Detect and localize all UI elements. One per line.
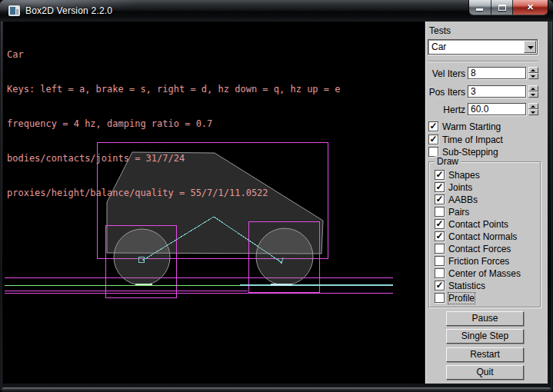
window-title: Box2D Version 2.2.0 bbox=[25, 5, 112, 16]
hertz-label: Hertz bbox=[425, 105, 465, 115]
maximize-icon bbox=[498, 5, 506, 11]
profile-checkbox[interactable] bbox=[435, 293, 445, 303]
tests-label: Tests bbox=[429, 25, 451, 36]
hud-frequency: frequency = 4 hz, damping ratio = 0.7 bbox=[7, 118, 340, 130]
spinner-up-button[interactable] bbox=[528, 67, 538, 73]
pairs-checkbox[interactable] bbox=[435, 207, 445, 217]
close-button[interactable]: ✕ bbox=[513, 0, 548, 15]
tests-dropdown[interactable]: Car bbox=[428, 39, 538, 55]
friction-forces-label: Friction Forces bbox=[448, 256, 509, 267]
contact-points-checkbox[interactable]: ✓ bbox=[435, 219, 445, 229]
warm-starting-label: Warm Starting bbox=[442, 121, 501, 132]
contact-forces-label: Contact Forces bbox=[448, 244, 511, 254]
window-bottom-border bbox=[2, 387, 551, 390]
spinner-down-button[interactable] bbox=[528, 73, 538, 79]
chevron-down-icon bbox=[528, 46, 534, 49]
pos-iters-label: Pos Iters bbox=[425, 87, 465, 98]
hud-counts: bodies/contacts/joints = 31/7/24 bbox=[7, 153, 340, 164]
close-icon: ✕ bbox=[513, 2, 548, 12]
center-of-masses-checkbox[interactable] bbox=[435, 268, 445, 278]
hud-tree-stats: proxies/height/balance/quality = 55/7/1/… bbox=[7, 188, 340, 199]
contact-normals-checkbox[interactable]: ✓ bbox=[435, 231, 445, 241]
shapes-label: Shapes bbox=[448, 170, 480, 181]
spinner-up-button[interactable] bbox=[528, 85, 538, 91]
vel-iters-spinner bbox=[528, 67, 538, 79]
contact-points-label: Contact Points bbox=[448, 219, 508, 230]
client-area: Car Keys: left = a, brake = s, right = d… bbox=[3, 22, 548, 384]
time-of-impact-label: Time of Impact bbox=[442, 135, 503, 145]
vel-iters-label: Vel Iters bbox=[425, 68, 465, 79]
draw-group: Draw ✓ Shapes ✓ Joints ✓ AABBs Pairs ✓ C… bbox=[428, 161, 541, 307]
time-of-impact-checkbox[interactable]: ✓ bbox=[428, 135, 438, 145]
control-panel: Tests Car Vel Iters Pos Iters Hertz bbox=[425, 22, 548, 384]
pos-iters-spinner bbox=[528, 85, 538, 98]
contact-normals-label: Contact Normals bbox=[448, 231, 517, 242]
window-controls: ✕ bbox=[469, 0, 548, 15]
app-window: Box2D Version 2.2.0 ✕ Car Keys: left = a… bbox=[0, 0, 553, 392]
profile-label: Profile bbox=[448, 293, 475, 304]
right-wheel bbox=[256, 228, 313, 285]
aabbs-label: AABBs bbox=[448, 194, 478, 205]
warm-starting-checkbox[interactable]: ✓ bbox=[428, 121, 438, 131]
aabbs-checkbox[interactable]: ✓ bbox=[435, 194, 445, 204]
statistics-label: Statistics bbox=[448, 281, 485, 291]
hud-test-name: Car bbox=[7, 49, 340, 61]
spinner-up-button[interactable] bbox=[528, 103, 538, 109]
friction-forces-checkbox[interactable] bbox=[435, 256, 445, 266]
joints-label: Joints bbox=[448, 182, 472, 193]
hertz-input[interactable] bbox=[468, 103, 526, 115]
app-icon bbox=[8, 5, 20, 16]
separator bbox=[428, 61, 538, 62]
minimize-icon bbox=[476, 8, 483, 11]
spinner-down-button[interactable] bbox=[528, 91, 538, 98]
quit-button[interactable]: Quit bbox=[446, 365, 524, 380]
pos-iters-input[interactable] bbox=[468, 85, 526, 98]
maximize-button[interactable] bbox=[491, 0, 513, 15]
statistics-checkbox[interactable]: ✓ bbox=[435, 281, 445, 291]
dropdown-arrow-button[interactable] bbox=[524, 41, 536, 53]
vel-iters-input[interactable] bbox=[468, 67, 526, 79]
restart-button[interactable]: Restart bbox=[446, 347, 524, 362]
debug-hud: Car Keys: left = a, brake = s, right = d… bbox=[7, 26, 340, 222]
titlebar[interactable]: Box2D Version 2.2.0 ✕ bbox=[0, 0, 553, 22]
draw-group-title: Draw bbox=[435, 156, 461, 167]
hertz-spinner bbox=[528, 103, 538, 115]
contact-forces-checkbox[interactable] bbox=[435, 244, 445, 254]
minimize-button[interactable] bbox=[469, 0, 491, 15]
spinner-down-button[interactable] bbox=[528, 109, 538, 115]
single-step-button[interactable]: Single Step bbox=[446, 329, 524, 344]
pause-button[interactable]: Pause bbox=[446, 311, 524, 326]
tests-dropdown-value: Car bbox=[431, 42, 446, 52]
shapes-checkbox[interactable]: ✓ bbox=[435, 170, 445, 180]
center-of-masses-label: Center of Masses bbox=[448, 268, 521, 279]
simulation-canvas[interactable]: Car Keys: left = a, brake = s, right = d… bbox=[3, 22, 425, 384]
hud-keys: Keys: left = a, brake = s, right = d, hz… bbox=[7, 84, 340, 95]
joints-checkbox[interactable]: ✓ bbox=[435, 182, 445, 192]
pairs-label: Pairs bbox=[448, 207, 469, 218]
